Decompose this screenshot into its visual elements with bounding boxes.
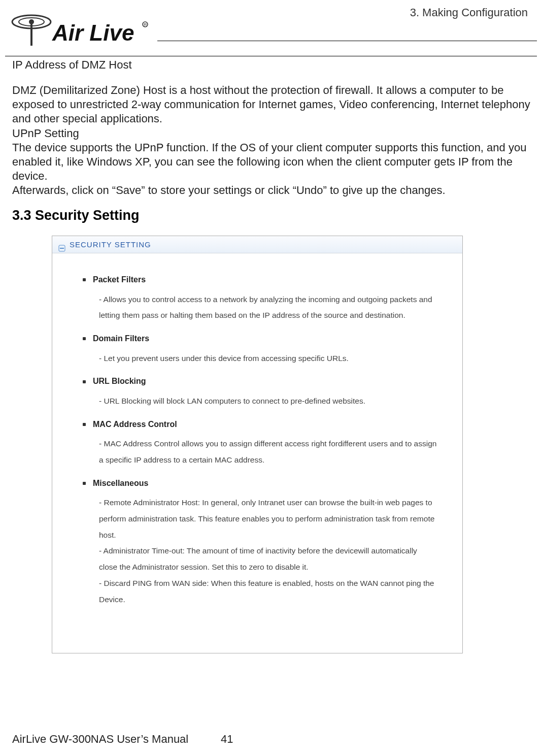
list-item: MAC Address Control - MAC Address Contro… <box>83 419 437 468</box>
footer-manual: AirLive GW-300NAS User’s Manual <box>12 733 188 746</box>
feature-desc: - Allows you to control access to a netw… <box>99 291 437 324</box>
security-setting-panel: SECURITY SETTING Packet Filters - Allows… <box>52 236 463 653</box>
footer-page: 41 <box>221 733 233 746</box>
bullet-icon <box>83 380 86 383</box>
main-content: IP Address of DMZ Host DMZ (Demilitarize… <box>12 58 532 653</box>
feature-title: Miscellaneous <box>93 478 148 488</box>
bullet-icon <box>83 482 86 485</box>
feature-title: URL Blocking <box>93 376 146 386</box>
bullet-icon <box>83 278 86 281</box>
feature-list: Packet Filters - Allows you to control a… <box>83 275 437 607</box>
list-item: Domain Filters - Let you prevent users u… <box>83 334 437 366</box>
divider <box>157 41 537 41</box>
upnp-paragraph: The device supports the UPnP function. I… <box>12 141 532 183</box>
feature-title: Packet Filters <box>93 275 146 285</box>
bullet-icon <box>83 337 86 340</box>
feature-desc: - URL Blocking will block LAN computers … <box>99 393 437 409</box>
chapter-label: 3. Making Configuration <box>410 6 528 19</box>
upnp-heading: UPnP Setting <box>12 126 532 141</box>
panel-title: SECURITY SETTING <box>70 240 151 249</box>
section-heading: 3.3 Security Setting <box>12 207 532 224</box>
panel-header: SECURITY SETTING <box>52 236 462 253</box>
list-item: URL Blocking - URL Blocking will block L… <box>83 376 437 409</box>
bullet-icon <box>83 423 86 426</box>
panel-icon <box>58 241 65 248</box>
svg-rect-8 <box>60 248 64 249</box>
dmz-paragraph: DMZ (Demilitarized Zone) Host is a host … <box>12 83 532 126</box>
panel-body: Packet Filters - Allows you to control a… <box>52 253 462 653</box>
list-item: Packet Filters - Allows you to control a… <box>83 275 437 323</box>
feature-desc: - MAC Address Control allows you to assi… <box>99 436 437 468</box>
svg-text:Air Live: Air Live <box>52 20 134 45</box>
list-item: Miscellaneous - Remote Administrator Hos… <box>83 478 437 608</box>
brand-logo: Air Live R <box>9 9 149 51</box>
feature-title: Domain Filters <box>93 334 149 344</box>
save-note: Afterwards, click on “Save” to store you… <box>12 183 532 198</box>
feature-desc: - Remote Administrator Host: In general,… <box>99 495 437 607</box>
feature-title: MAC Address Control <box>93 419 177 430</box>
svg-text:R: R <box>144 22 147 27</box>
divider <box>5 56 537 56</box>
feature-desc: - Let you prevent users under this devic… <box>99 350 437 367</box>
dmz-heading: IP Address of DMZ Host <box>12 58 532 72</box>
